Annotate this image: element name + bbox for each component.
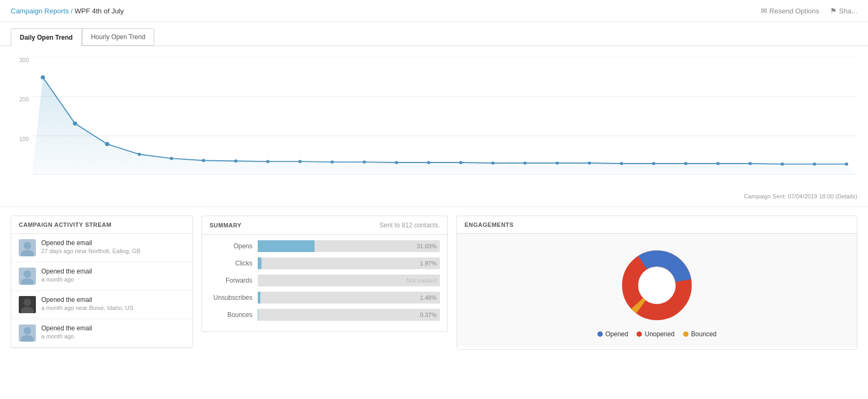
avatar: [19, 239, 36, 256]
chart-sent-info: Campaign Sent: 07/04/2019 18:00 (Details…: [11, 191, 857, 203]
breadcrumb: Campaign Reports / WPF 4th of July: [11, 7, 124, 15]
header: Campaign Reports / WPF 4th of July ✉ Res…: [0, 0, 868, 22]
summary-row-bounces: Bounces 0.37%: [209, 309, 440, 321]
chart-svg: [32, 57, 857, 175]
svg-point-16: [395, 161, 398, 164]
bar-value-unsubscribes: 1.48%: [420, 294, 437, 301]
bar-value-forwards: Not tracked: [407, 277, 437, 284]
summary-row-opens: Opens 31.03%: [209, 240, 440, 252]
bar-forwards: Not tracked: [258, 275, 440, 286]
mail-icon: ✉: [761, 6, 767, 15]
tab-hourly-open-trend[interactable]: Hourly Open Trend: [82, 28, 154, 46]
summary-label-bounces: Bounces: [209, 311, 258, 319]
engagements-body: Opened Unopened Bounced: [457, 234, 857, 346]
bar-value-bounces: 0.37%: [420, 312, 437, 318]
svg-point-30: [845, 162, 848, 166]
avatar: [19, 324, 36, 342]
svg-point-43: [640, 268, 674, 302]
legend-bounced-label: Bounced: [691, 330, 716, 338]
svg-point-8: [138, 153, 141, 156]
bar-fill-unsubscribes: [258, 292, 260, 304]
activity-time: 27 days ago near Northolt, Ealing, GB: [41, 248, 140, 254]
opened-dot: [597, 331, 603, 337]
svg-point-9: [170, 157, 173, 160]
summary-label-forwards: Forwards: [209, 277, 258, 284]
svg-point-21: [556, 161, 559, 165]
avatar: [19, 296, 36, 313]
svg-point-27: [749, 162, 752, 165]
summary-panel: SUMMARY Sent to 812 contacts. Opens 31.0…: [201, 216, 448, 332]
list-item: Opened the email a month ago near Boise,…: [11, 291, 192, 319]
bounced-dot: [683, 331, 689, 337]
y-axis-labels: 300 200 100: [11, 57, 32, 175]
avatar: [19, 268, 36, 285]
svg-point-17: [427, 161, 430, 164]
bar-clicks: 1.97%: [258, 257, 440, 269]
tab-daily-open-trend[interactable]: Daily Open Trend: [11, 28, 82, 46]
summary-contacts: Sent to 812 contacts.: [379, 221, 440, 229]
svg-point-5: [41, 75, 45, 79]
legend-opened: Opened: [597, 330, 628, 338]
summary-row-forwards: Forwards Not tracked: [209, 275, 440, 286]
svg-marker-4: [32, 77, 857, 175]
svg-point-28: [781, 162, 784, 166]
donut-legend: Opened Unopened Bounced: [597, 330, 716, 338]
breadcrumb-link[interactable]: Campaign Reports: [11, 7, 69, 15]
svg-point-32: [21, 250, 34, 256]
share-icon: ⚑: [830, 6, 837, 15]
header-actions: ✉ Resend Options ⚑ Sha...: [761, 6, 857, 15]
y-label-300: 300: [19, 57, 29, 63]
bar-unsubscribes: 1.48%: [258, 292, 440, 304]
activity-panel: CAMPAIGN ACTIVITY STREAM Opened the emai…: [11, 216, 193, 348]
svg-point-25: [684, 162, 687, 165]
list-item: Opened the email a month ago: [11, 319, 192, 348]
svg-point-24: [652, 162, 655, 165]
activity-action: Opened the email: [41, 296, 133, 304]
svg-point-34: [21, 278, 34, 285]
donut-chart: [619, 248, 694, 323]
bar-bounces: 0.37%: [258, 309, 440, 321]
svg-point-33: [24, 270, 31, 278]
activity-time: a month ago: [41, 333, 92, 339]
list-item: Opened the email a month ago: [11, 262, 192, 291]
summary-label-opens: Opens: [209, 242, 258, 250]
resend-options-button[interactable]: ✉ Resend Options: [761, 6, 819, 15]
summary-label-unsubscribes: Unsubscribes: [209, 294, 258, 301]
bar-fill-opens: [258, 240, 315, 252]
activity-time: a month ago near Boise, Idaho, US: [41, 305, 133, 311]
svg-point-38: [24, 327, 31, 335]
activity-list[interactable]: Opened the email 27 days ago near Northo…: [11, 234, 192, 348]
svg-point-15: [363, 160, 366, 164]
svg-point-7: [105, 142, 109, 146]
svg-point-23: [620, 162, 623, 165]
svg-point-14: [331, 160, 334, 164]
page-title: WPF 4th of July: [74, 7, 124, 15]
svg-point-6: [73, 122, 77, 126]
svg-point-20: [523, 161, 527, 165]
engagements-panel: ENGAGEMENTS Opened: [457, 216, 857, 350]
bar-fill-clicks: [258, 257, 261, 269]
bottom-panels: CAMPAIGN ACTIVITY STREAM Opened the emai…: [0, 207, 868, 358]
summary-title: SUMMARY: [209, 222, 242, 228]
engagements-title: ENGAGEMENTS: [457, 216, 857, 234]
legend-bounced: Bounced: [683, 330, 716, 338]
list-item: Opened the email 27 days ago near Northo…: [11, 234, 192, 262]
y-label-200: 200: [19, 96, 29, 102]
activity-time: a month ago: [41, 276, 92, 283]
bar-value-opens: 31.03%: [417, 243, 437, 249]
activity-action: Opened the email: [41, 239, 140, 247]
legend-unopened: Unopened: [637, 330, 674, 338]
legend-unopened-label: Unopened: [645, 330, 674, 338]
svg-point-13: [298, 160, 302, 163]
legend-opened-label: Opened: [605, 330, 628, 338]
share-button[interactable]: ⚑ Sha...: [830, 6, 857, 15]
svg-point-19: [491, 161, 495, 165]
summary-header: SUMMARY Sent to 812 contacts.: [202, 216, 447, 235]
summary-label-clicks: Clicks: [209, 260, 258, 267]
chart-wrapper: 300 200 100: [11, 51, 857, 191]
activity-action: Opened the email: [41, 268, 92, 275]
svg-point-31: [24, 242, 31, 249]
svg-point-29: [813, 162, 816, 166]
bar-fill-bounces: [258, 309, 258, 321]
chart-section: 300 200 100: [0, 46, 868, 207]
